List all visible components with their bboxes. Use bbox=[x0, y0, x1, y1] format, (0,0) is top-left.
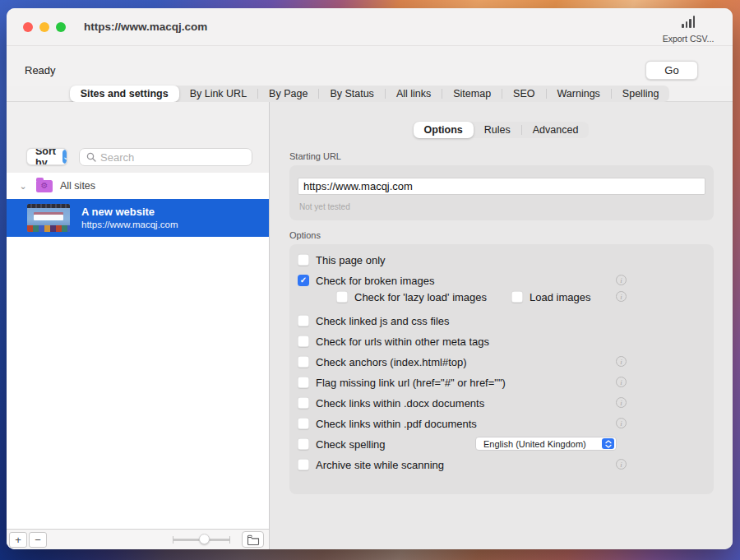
go-button[interactable]: Go bbox=[645, 61, 698, 80]
zoom-window-button[interactable] bbox=[56, 22, 66, 32]
checkbox[interactable] bbox=[511, 291, 523, 303]
sidebar-controls: Sort by... ⌄ bbox=[7, 102, 269, 173]
site-thumbnail bbox=[27, 204, 70, 232]
option-row: Check links within .docx documentsi bbox=[298, 395, 705, 411]
url-test-status: Not yet tested bbox=[299, 202, 705, 211]
options-label: Options bbox=[289, 230, 733, 240]
option-row: ✓Check for broken imagesi bbox=[298, 272, 705, 289]
option-row: Check for urls within other meta tags bbox=[298, 333, 705, 349]
tab-by-page[interactable]: By Page bbox=[258, 86, 318, 102]
site-list-item-selected[interactable]: A new website https://www.macqj.com bbox=[7, 199, 269, 237]
info-icon[interactable]: i bbox=[616, 377, 627, 387]
info-icon[interactable]: i bbox=[616, 418, 627, 428]
panel-tab-bar: OptionsRulesAdvanced bbox=[270, 122, 733, 138]
tab-sitemap[interactable]: Sitemap bbox=[442, 86, 502, 102]
main-tabs-segmented-control: Sites and settingsBy Link URLBy PageBy S… bbox=[70, 86, 670, 102]
slider-thumb[interactable] bbox=[199, 534, 210, 544]
traffic-lights bbox=[23, 22, 66, 32]
checkbox[interactable] bbox=[336, 291, 348, 303]
tab-all-links[interactable]: All links bbox=[386, 86, 442, 102]
all-sites-group-row[interactable]: ⌄ ⚙ All sites bbox=[7, 173, 269, 199]
checkbox[interactable] bbox=[298, 315, 309, 326]
folder-icon: ⚙ bbox=[36, 180, 53, 192]
chevron-down-icon: ⌄ bbox=[62, 150, 67, 164]
checkbox-label: Load images bbox=[530, 291, 590, 303]
selected-language-label: English (United Kingdom) bbox=[483, 439, 602, 449]
export-csv-label: Export CSV... bbox=[659, 34, 718, 44]
checkbox[interactable] bbox=[298, 397, 309, 409]
export-csv-button[interactable]: Export CSV... bbox=[659, 16, 718, 44]
option-subrow: Check for 'lazy load' imagesLoad imagesi bbox=[298, 289, 705, 305]
minimize-window-button[interactable] bbox=[39, 22, 49, 32]
sites-list: ⌄ ⚙ All sites A new website https://www.… bbox=[7, 173, 269, 529]
close-window-button[interactable] bbox=[23, 22, 33, 32]
main-tab-bar: Sites and settingsBy Link URLBy PageBy S… bbox=[7, 86, 733, 102]
panel-tab-rules[interactable]: Rules bbox=[474, 122, 521, 138]
checkbox-label: Check for broken images bbox=[316, 275, 435, 287]
tab-seo[interactable]: SEO bbox=[502, 86, 545, 102]
window-title: https://www.macqj.com bbox=[84, 21, 207, 33]
checkbox-label: This page only bbox=[316, 254, 386, 266]
panel-tabs-segmented-control: OptionsRulesAdvanced bbox=[414, 122, 590, 138]
checkbox[interactable] bbox=[298, 336, 309, 347]
checkbox-label: Archive site while scanning bbox=[316, 459, 444, 471]
spelling-language-select[interactable]: English (United Kingdom) bbox=[475, 437, 617, 451]
checkbox-label: Flag missing link url (href="#" or href=… bbox=[316, 377, 506, 389]
reveal-folder-button[interactable] bbox=[242, 531, 264, 548]
checkbox[interactable] bbox=[298, 356, 309, 368]
tab-by-status[interactable]: By Status bbox=[319, 86, 385, 102]
info-icon[interactable]: i bbox=[616, 291, 627, 302]
option-row: Flag missing link url (href="#" or href=… bbox=[298, 374, 705, 391]
status-text: Ready bbox=[25, 64, 56, 76]
thumbnail-size-slider[interactable] bbox=[173, 534, 230, 545]
checkbox-label: Check linked js and css files bbox=[316, 315, 450, 327]
checkbox[interactable] bbox=[298, 254, 309, 266]
desktop-wallpaper: https://www.macqj.com Export CSV... Read… bbox=[0, 0, 740, 560]
sidebar-bottom-bar: + − bbox=[7, 529, 269, 549]
option-sub-item: Check for 'lazy load' images bbox=[336, 291, 487, 303]
disclosure-chevron-icon[interactable]: ⌄ bbox=[16, 181, 30, 192]
panel-tab-options[interactable]: Options bbox=[414, 122, 474, 138]
checkbox[interactable] bbox=[298, 438, 309, 450]
checkbox[interactable] bbox=[298, 377, 309, 388]
info-icon[interactable]: i bbox=[616, 356, 627, 367]
folder-outline-icon bbox=[247, 535, 260, 545]
options-group: This page only✓Check for broken imagesiC… bbox=[289, 244, 714, 494]
site-meta: A new website https://www.macqj.com bbox=[81, 205, 178, 231]
checkbox-label: Check spelling bbox=[316, 438, 386, 451]
option-row: Check linked js and css files bbox=[298, 312, 705, 329]
tab-by-link-url[interactable]: By Link URL bbox=[179, 86, 257, 102]
toolbar: Ready Go bbox=[7, 46, 733, 86]
gear-icon: ⚙ bbox=[36, 180, 53, 192]
checkbox-label: Check for 'lazy load' images bbox=[354, 291, 487, 303]
option-sub-item: Load images bbox=[511, 291, 590, 303]
sort-by-button[interactable]: Sort by... ⌄ bbox=[26, 148, 67, 165]
checkbox[interactable]: ✓ bbox=[298, 275, 309, 286]
tab-sites-and-settings[interactable]: Sites and settings bbox=[70, 86, 179, 102]
title-bar: https://www.macqj.com Export CSV... bbox=[7, 8, 733, 46]
info-icon[interactable]: i bbox=[616, 459, 627, 470]
tab-warnings[interactable]: Warnings bbox=[547, 86, 611, 102]
option-row: Check spellingEnglish (United Kingdom) bbox=[298, 436, 705, 452]
checkbox-label: Check links within .docx documents bbox=[316, 397, 484, 410]
settings-panel: OptionsRulesAdvanced Starting URL Not ye… bbox=[270, 102, 733, 549]
info-icon[interactable]: i bbox=[616, 275, 627, 285]
content-area: Sort by... ⌄ ⌄ ⚙ bbox=[7, 102, 733, 549]
updown-chevrons-icon bbox=[602, 438, 614, 449]
remove-site-button[interactable]: − bbox=[29, 532, 47, 548]
tab-spelling[interactable]: Spelling bbox=[612, 86, 669, 102]
panel-tab-advanced[interactable]: Advanced bbox=[522, 122, 590, 138]
sort-by-label: Sort by... bbox=[27, 148, 62, 165]
search-input[interactable] bbox=[100, 151, 245, 164]
search-field[interactable] bbox=[79, 148, 252, 166]
info-icon[interactable]: i bbox=[616, 397, 627, 408]
checkbox[interactable] bbox=[298, 418, 309, 429]
starting-url-input[interactable] bbox=[298, 178, 705, 195]
site-name: A new website bbox=[81, 205, 178, 219]
all-sites-label: All sites bbox=[60, 180, 95, 192]
add-site-button[interactable]: + bbox=[9, 532, 27, 548]
site-url: https://www.macqj.com bbox=[81, 219, 178, 231]
starting-url-group: Not yet tested bbox=[289, 165, 714, 220]
sidebar: Sort by... ⌄ ⌄ ⚙ bbox=[7, 102, 270, 549]
checkbox[interactable] bbox=[298, 459, 309, 470]
